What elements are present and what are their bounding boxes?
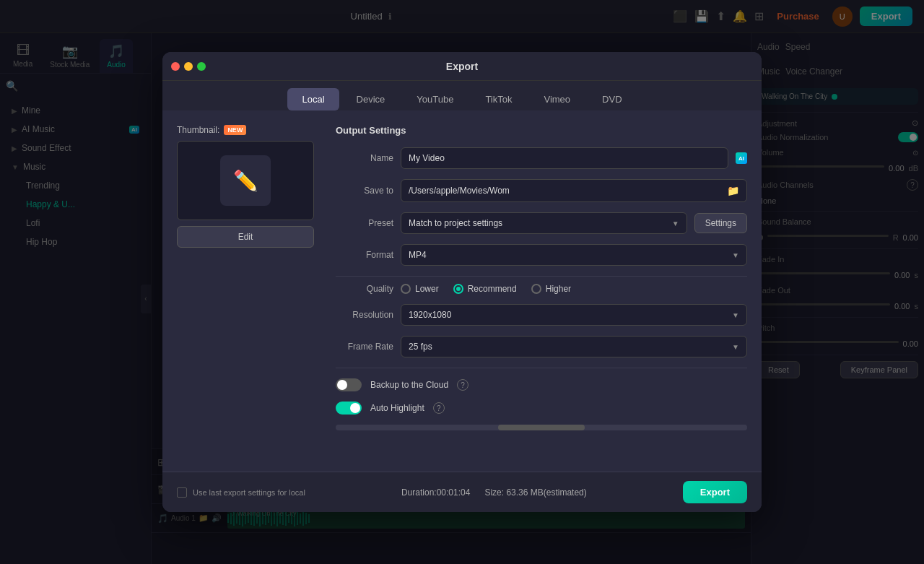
lower-label: Lower [415, 284, 439, 294]
export-modal-button[interactable]: Export [683, 481, 747, 503]
tab-local[interactable]: Local [287, 88, 339, 110]
frame-rate-label: Frame Rate [336, 342, 393, 352]
size-info: Size: 63.36 MB(estimated) [484, 487, 586, 498]
format-label: Format [336, 250, 393, 260]
thumbnail-text: Thumbnail: [177, 125, 219, 135]
recommend-radio[interactable] [453, 284, 463, 294]
name-input[interactable] [401, 147, 728, 169]
modal-overlay: Export Local Device YouTube TikTok Vimeo… [0, 0, 924, 564]
modal-window-controls [171, 62, 206, 71]
save-to-value: /Users/apple/Movies/Wom [409, 186, 510, 196]
recommend-label: Recommend [468, 284, 517, 294]
quality-lower[interactable]: Lower [401, 284, 439, 294]
auto-highlight-row: Auto Highlight ? [336, 402, 747, 415]
name-row: Name AI [336, 147, 747, 169]
save-to-input[interactable]: /Users/apple/Movies/Wom 📁 [401, 179, 747, 202]
export-modal: Export Local Device YouTube TikTok Vimeo… [162, 52, 762, 512]
save-to-row: Save to /Users/apple/Movies/Wom 📁 [336, 179, 747, 202]
duration-info: Duration:00:01:04 [401, 487, 470, 498]
preset-settings-button[interactable]: Settings [694, 213, 747, 233]
resolution-value: 1920x1080 [409, 310, 451, 320]
higher-radio[interactable] [531, 284, 541, 294]
backup-cloud-label: Backup to the Cloud [370, 380, 448, 390]
preset-value: Match to project settings [409, 218, 502, 228]
tab-youtube[interactable]: YouTube [402, 88, 468, 110]
divider-modal-2 [336, 368, 747, 368]
output-settings-title: Output Settings [336, 125, 747, 136]
use-last-label: Use last export settings for local [193, 488, 305, 497]
tab-device[interactable]: Device [342, 88, 400, 110]
resolution-row: Resolution 1920x1080 ▼ [336, 304, 747, 326]
divider-modal-1 [336, 276, 747, 277]
thumbnail-preview: ✏️ [177, 141, 314, 220]
format-dropdown[interactable]: MP4 ▼ [401, 244, 747, 266]
quality-higher[interactable]: Higher [531, 284, 571, 294]
tab-dvd[interactable]: DVD [588, 88, 636, 110]
resolution-chevron-icon: ▼ [732, 311, 739, 319]
footer-info: Duration:00:01:04 Size: 63.36 MB(estimat… [401, 487, 587, 498]
scrollbar-thumb [498, 425, 585, 430]
preset-row: Preset Match to project settings ▼ Setti… [336, 212, 747, 234]
frame-rate-dropdown[interactable]: 25 fps ▼ [401, 336, 747, 357]
format-chevron-icon: ▼ [732, 251, 739, 259]
preset-label: Preset [336, 218, 393, 228]
modal-thumbnail-section: Thumbnail: NEW ✏️ Edit [177, 125, 321, 457]
modal-body: Thumbnail: NEW ✏️ Edit Output Settings N… [162, 110, 762, 472]
thumbnail-label-row: Thumbnail: NEW [177, 125, 321, 135]
auto-highlight-label: Auto Highlight [370, 403, 424, 413]
name-label: Name [336, 153, 393, 163]
frame-rate-chevron-icon: ▼ [732, 343, 739, 351]
higher-label: Higher [546, 284, 571, 294]
lower-radio[interactable] [401, 284, 411, 294]
frame-rate-row: Frame Rate 25 fps ▼ [336, 336, 747, 357]
duration-value: 00:01:04 [437, 487, 471, 498]
auto-highlight-toggle[interactable] [336, 402, 362, 415]
preset-chevron-icon: ▼ [672, 220, 679, 227]
quality-recommend[interactable]: Recommend [453, 284, 517, 294]
app-background: Untitled ℹ ⬛ 💾 ⬆ 🔔 ⊞ Purchase U Export 🎞… [0, 0, 924, 564]
resolution-label: Resolution [336, 310, 393, 320]
use-last-checkbox[interactable] [177, 487, 187, 498]
frame-rate-value: 25 fps [409, 342, 432, 352]
ai-name-icon[interactable]: AI [736, 152, 747, 164]
format-value: MP4 [409, 250, 427, 260]
modal-tabs: Local Device YouTube TikTok Vimeo DVD [162, 81, 762, 110]
modal-scrollbar[interactable] [336, 425, 747, 430]
backup-help-icon[interactable]: ? [457, 379, 468, 391]
quality-options: Lower Recommend Higher [401, 284, 571, 294]
edit-thumbnail-button[interactable]: Edit [177, 226, 314, 248]
minimize-dot[interactable] [184, 62, 193, 71]
tab-tiktok[interactable]: TikTok [471, 88, 526, 110]
use-last-settings: Use last export settings for local [177, 487, 305, 498]
new-badge: NEW [224, 125, 246, 135]
folder-icon: 📁 [727, 185, 739, 196]
backup-cloud-row: Backup to the Cloud ? [336, 378, 747, 391]
preset-dropdown[interactable]: Match to project settings ▼ [401, 212, 687, 234]
modal-output-settings: Output Settings Name AI Save to /Users/a… [336, 125, 747, 457]
save-to-label: Save to [336, 186, 393, 196]
modal-titlebar: Export [162, 52, 762, 81]
thumbnail-icon: ✏️ [220, 155, 271, 206]
format-row: Format MP4 ▼ [336, 244, 747, 266]
quality-label: Quality [336, 284, 393, 294]
close-dot[interactable] [171, 62, 180, 71]
modal-title: Export [446, 61, 478, 72]
highlight-help-icon[interactable]: ? [433, 402, 445, 414]
maximize-dot[interactable] [197, 62, 206, 71]
resolution-dropdown[interactable]: 1920x1080 ▼ [401, 304, 747, 326]
backup-cloud-toggle[interactable] [336, 378, 362, 391]
size-value: 63.36 MB(estimated) [506, 487, 586, 498]
modal-footer: Use last export settings for local Durat… [162, 472, 762, 512]
quality-row: Quality Lower Recommend [336, 284, 747, 294]
tab-vimeo[interactable]: Vimeo [529, 88, 585, 110]
